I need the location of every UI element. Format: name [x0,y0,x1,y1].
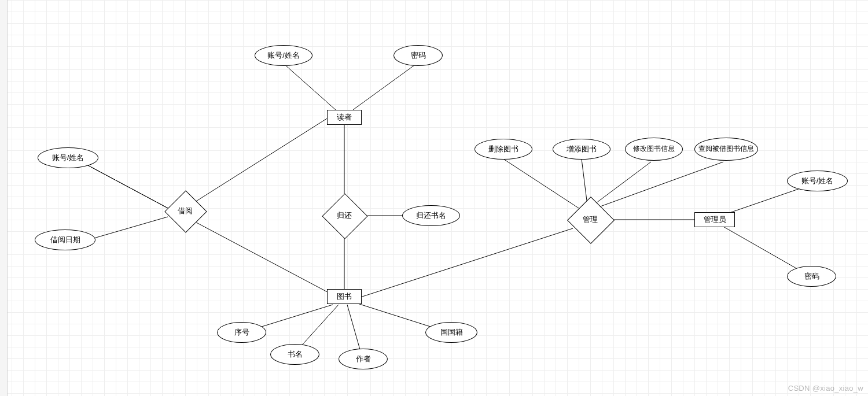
attr-reader-account-name[interactable]: 账号/姓名 [255,45,312,66]
attr-return-book-name[interactable]: 归还书名 [402,205,460,226]
relationship-return-label: 归还 [327,210,362,221]
svg-line-16 [582,159,587,205]
svg-line-5 [87,165,168,208]
attr-manage-modify[interactable]: 修改图书信息 [625,138,683,161]
svg-line-21 [723,227,807,275]
entity-book[interactable]: 图书 [327,289,362,304]
watermark: CSDN @xiao_xiao_w [788,384,863,393]
attr-borrow-date[interactable]: 借阅日期 [35,230,95,250]
svg-line-4 [87,165,168,208]
attr-book-nationality[interactable]: 国国籍 [425,322,477,343]
attr-manage-add[interactable]: 增添图书 [553,139,610,160]
svg-line-17 [593,162,651,205]
relationship-manage-label: 管理 [573,214,608,225]
attr-admin-account-name[interactable]: 账号/姓名 [787,171,848,191]
attr-book-serial[interactable]: 序号 [217,322,266,343]
svg-line-15 [503,159,579,208]
attr-reader-password[interactable]: 密码 [393,45,443,66]
attr-book-name[interactable]: 书名 [270,344,319,365]
svg-line-12 [347,305,362,356]
svg-line-7 [191,220,333,295]
attr-admin-password[interactable]: 密码 [787,266,836,287]
relationship-borrow-label: 借阅 [168,205,203,217]
svg-line-2 [185,119,327,208]
entity-reader[interactable]: 读者 [327,110,362,125]
attr-borrow-account-name[interactable]: 账号/姓名 [38,147,98,168]
attr-manage-delete[interactable]: 删除图书 [475,139,532,160]
svg-line-18 [599,162,723,207]
attr-manage-query-borrowed[interactable]: 查阅被借图书信息 [694,138,758,161]
svg-line-14 [359,228,573,298]
entity-admin[interactable]: 管理员 [694,212,735,227]
svg-line-20 [726,185,810,214]
svg-line-1 [353,64,417,110]
svg-line-6 [88,217,168,240]
attr-book-author[interactable]: 作者 [339,349,388,369]
er-diagram-canvas: 读者 图书 管理员 借阅 归还 管理 账号/姓名 密码 账号/姓名 借阅日期 归… [0,0,868,396]
gutter-left [0,0,8,396]
svg-line-0 [284,64,336,110]
